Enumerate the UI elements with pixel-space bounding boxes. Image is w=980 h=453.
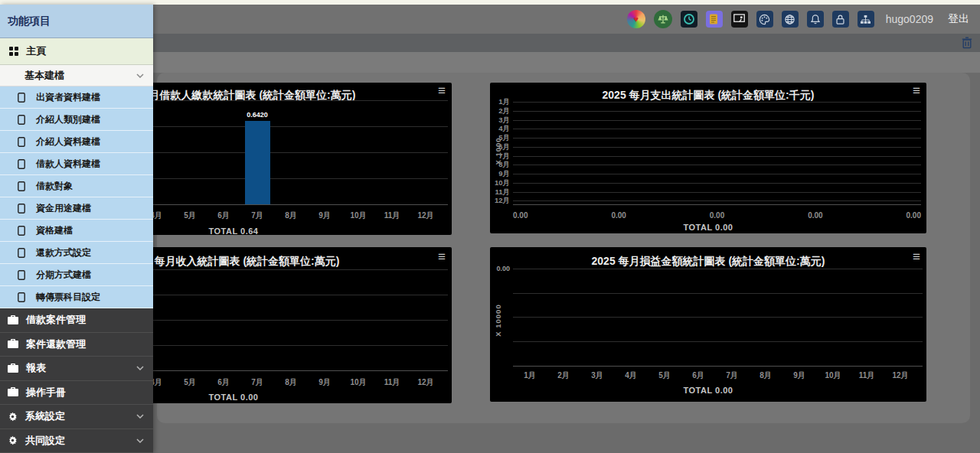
x-tick-label: 0.00 <box>611 211 626 220</box>
briefcase-icon <box>8 387 18 397</box>
sidebar-item-qualification-setup[interactable]: 資格建檔 <box>0 220 153 242</box>
briefcase-icon <box>8 363 18 373</box>
sidebar-item-operation-manual[interactable]: 操作手冊 <box>0 381 153 406</box>
x-tick-label: 5月 <box>173 377 207 388</box>
sidebar-item-system-settings[interactable]: 系統設定 <box>0 405 153 429</box>
y-tick-label: 12月 <box>490 197 510 204</box>
sidebar-item-basic-setup[interactable]: 基本建檔 <box>0 65 153 86</box>
globe-icon[interactable] <box>782 11 799 28</box>
sidebar-item-label: 操作手冊 <box>26 386 66 399</box>
gridline <box>513 102 921 103</box>
sidebar-item-reports[interactable]: 報表 <box>0 357 153 381</box>
x-tick-label: 9月 <box>782 370 816 381</box>
sidebar-item-fund-usage-setup[interactable]: 資金用途建檔 <box>0 197 153 220</box>
x-tick-label: 12月 <box>409 377 443 388</box>
x-tick-label: 9月 <box>308 210 341 221</box>
x-tick-label: 5月 <box>173 210 207 221</box>
x-tick-label: 11月 <box>375 377 409 388</box>
gridline <box>513 138 921 139</box>
gridline <box>513 129 921 129</box>
sidebar-item-repayment-method[interactable]: 還款方式設定 <box>0 242 153 264</box>
trash-icon[interactable] <box>962 37 972 49</box>
y-zero-tick-label: 0.00 <box>490 265 510 272</box>
app-logo-icon[interactable]: ♥ <box>627 10 645 28</box>
tablet-icon <box>18 181 25 191</box>
x-tick-label: 7月 <box>715 370 749 381</box>
sidebar-item-introducer-category-setup[interactable]: 介紹人類別建檔 <box>0 109 153 131</box>
sidebar-item-loan-target[interactable]: 借款對象 <box>0 175 153 197</box>
tablet-icon <box>18 270 25 280</box>
tablet-icon <box>18 204 25 213</box>
chevron-down-icon <box>136 73 144 78</box>
chart-title: 2025 每月損益金額統計圖表 (統計金額單位:萬元) <box>490 255 926 269</box>
sidebar-item-label: 出資者資料建檔 <box>36 91 100 104</box>
logout-button[interactable]: 登出 <box>948 12 969 26</box>
gridline <box>513 341 923 342</box>
scroll-icon[interactable] <box>706 11 723 28</box>
palette-icon[interactable] <box>756 11 773 28</box>
tablet-icon <box>18 115 25 125</box>
sidebar-item-introducer-setup[interactable]: 介紹人資料建檔 <box>0 131 153 153</box>
tablet-icon <box>18 159 25 169</box>
tablet-icon <box>18 292 25 302</box>
x-tick-label: 0.00 <box>906 211 921 220</box>
sidebar-item-label: 轉傳票科目設定 <box>36 291 100 304</box>
y-tick-label: 10月 <box>490 179 510 187</box>
sidebar-item-home[interactable]: 主頁 <box>0 38 153 65</box>
tablet-icon <box>18 137 25 147</box>
gridline <box>513 147 921 148</box>
x-tick-label: 0.00 <box>710 211 724 220</box>
sidebar-item-installment-setup[interactable]: 分期方式建檔 <box>0 264 153 286</box>
y-tick-label: 5月 <box>490 134 510 142</box>
sidebar-item-case-repayment-management[interactable]: 案件還款管理 <box>0 333 153 357</box>
sidebar-item-loan-case-management[interactable]: 借款案件管理 <box>0 308 153 333</box>
x-tick-label: 9月 <box>308 377 341 388</box>
sitemap-icon[interactable] <box>858 11 874 28</box>
sidebar-item-label: 基本建檔 <box>24 69 64 83</box>
x-tick-label: 6月 <box>681 370 715 381</box>
x-axis-line <box>513 366 923 367</box>
briefcase-icon <box>8 339 18 349</box>
x-tick-label: 8月 <box>274 210 308 221</box>
sidebar-item-voucher-subject-setup[interactable]: 轉傳票科目設定 <box>0 286 153 308</box>
gridline <box>513 156 921 157</box>
balance-icon[interactable] <box>654 10 672 28</box>
x-tick-label: 7月 <box>240 210 274 221</box>
x-axis: 0.000.000.000.000.00 <box>513 211 921 220</box>
x-tick-label: 10月 <box>341 377 375 388</box>
x-tick-label: 11月 <box>850 370 884 381</box>
dashboard-page: ♥ hugo0209 登出 <box>0 0 980 453</box>
chart-menu-icon[interactable]: ≡ <box>913 84 920 97</box>
sidebar-item-label: 資格建檔 <box>36 224 73 237</box>
y-tick-label: 2月 <box>490 107 510 115</box>
sidebar-item-investor-setup[interactable]: 出資者資料建檔 <box>0 86 153 109</box>
sidebar-item-borrower-setup[interactable]: 借款人資料建檔 <box>0 153 153 175</box>
gridline <box>513 317 923 318</box>
x-tick-label: 8月 <box>274 377 308 388</box>
sidebar-item-label: 報表 <box>26 361 46 375</box>
bell-icon[interactable] <box>807 11 824 28</box>
sidebar-item-common-settings[interactable]: 共同設定 <box>0 429 153 453</box>
lock-icon[interactable] <box>832 11 849 28</box>
chart-total: TOTAL 0.00 <box>490 223 926 232</box>
x-tick-label: 4月 <box>614 370 648 381</box>
chart-menu-icon[interactable]: ≡ <box>438 250 446 263</box>
clock-icon[interactable] <box>681 11 697 28</box>
x-tick-label: 0.00 <box>513 211 528 220</box>
gridline <box>513 174 921 174</box>
sidebar-item-label: 主頁 <box>26 44 46 58</box>
bar <box>245 121 270 204</box>
x-tick-label: 10月 <box>341 210 375 221</box>
chart-menu-icon[interactable]: ≡ <box>913 250 920 263</box>
username[interactable]: hugo0209 <box>886 13 933 25</box>
x-tick-label: 7月 <box>240 377 274 388</box>
chart-title: 2025 每月支出統計圖表 (統計金額單位:千元) <box>490 89 926 103</box>
x-axis: 1月2月3月4月5月6月7月8月9月10月11月12月 <box>513 370 917 381</box>
sidebar-item-label: 借款對象 <box>36 180 73 193</box>
chevron-down-icon <box>136 438 144 443</box>
presentation-icon[interactable] <box>731 11 748 28</box>
chart-menu-icon[interactable]: ≡ <box>438 84 446 97</box>
x-tick-label: 1月 <box>513 370 547 381</box>
y-tick-label: 8月 <box>490 161 510 168</box>
x-tick-label: 3月 <box>580 370 614 381</box>
